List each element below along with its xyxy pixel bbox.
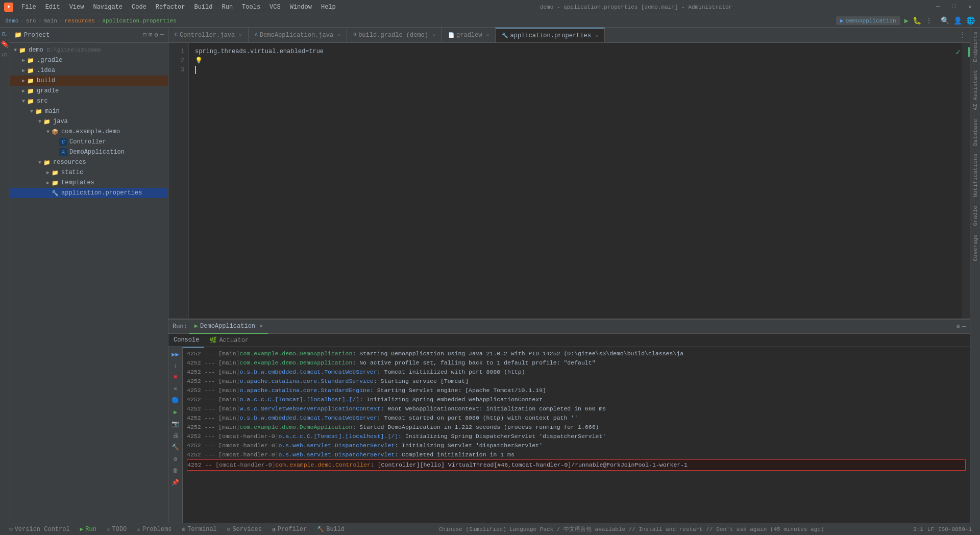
- notification-button[interactable]: 👤: [953, 16, 962, 25]
- demoapplication-tab-close[interactable]: ✕: [337, 32, 340, 38]
- search-button[interactable]: 🔍: [941, 16, 949, 25]
- right-tab-notifications[interactable]: Notifications: [971, 150, 980, 202]
- right-tab-coverage[interactable]: Coverage: [971, 230, 980, 265]
- menu-refactor[interactable]: Refactor: [152, 3, 189, 12]
- breadcrumb-item-src[interactable]: src: [26, 18, 36, 24]
- minimize-panel-button[interactable]: —: [160, 31, 164, 39]
- config-button[interactable]: ⚙: [172, 454, 179, 465]
- menu-run[interactable]: Run: [217, 3, 237, 12]
- menu-help[interactable]: Help: [317, 3, 340, 12]
- menu-tools[interactable]: Tools: [238, 3, 264, 12]
- run-settings-icon[interactable]: ⚙: [957, 323, 960, 330]
- breadcrumb-item-resources[interactable]: resources: [64, 18, 94, 24]
- build-folder-icon: 📁: [27, 77, 35, 85]
- bulb-icon[interactable]: 💡: [195, 56, 203, 65]
- charset[interactable]: ISO-8859-1: [938, 526, 972, 532]
- run-button[interactable]: ▶: [904, 16, 909, 25]
- tree-item-build[interactable]: ▶ 📁 build: [10, 76, 168, 86]
- tab-gradlew[interactable]: 📄 gradlew ✕: [442, 28, 496, 43]
- tab-buildgradle[interactable]: G build.gradle (demo) ✕: [347, 28, 442, 43]
- tree-item-resources[interactable]: ▼ 📁 resources: [10, 157, 168, 167]
- print-button[interactable]: 🖨: [171, 430, 180, 441]
- filter-button[interactable]: 🔵: [170, 395, 181, 406]
- screenshot-button[interactable]: 📷: [170, 419, 181, 429]
- tree-item-idea[interactable]: ▶ 📁 .idea: [10, 65, 168, 76]
- cursor-position[interactable]: 3:1: [913, 526, 923, 532]
- settings-icon[interactable]: ⚙: [155, 31, 158, 39]
- breadcrumb-item-file[interactable]: application.properties: [102, 18, 176, 24]
- tree-item-gradle[interactable]: ▶ 📁 gradle: [10, 86, 168, 96]
- bottom-problems[interactable]: ⚠ Problems: [132, 523, 177, 536]
- tree-item-demo[interactable]: ▼ 📁 demo D:\gitee\s3\demo: [10, 45, 168, 55]
- right-tab-endpoints[interactable]: Endpoints: [971, 28, 980, 66]
- line-endings[interactable]: LF: [927, 526, 934, 532]
- bottom-build[interactable]: 🔨 Build: [312, 523, 350, 536]
- breadcrumb-item-main[interactable]: main: [43, 18, 57, 24]
- close-tool-button[interactable]: ✕: [172, 383, 179, 394]
- tree-item-main[interactable]: ▼ 📁 main: [10, 106, 168, 116]
- tree-item-src[interactable]: ▼ 📁 src: [10, 96, 168, 106]
- tree-item-java[interactable]: ▼ 📁 java: [10, 116, 168, 127]
- menu-navigate[interactable]: Navigate: [89, 3, 127, 12]
- run-config-label[interactable]: ▶ DemoApplication: [836, 16, 900, 25]
- buildgradle-tab-close[interactable]: ✕: [432, 32, 435, 38]
- right-tab-database[interactable]: Database: [971, 115, 980, 150]
- more-run-button[interactable]: ⋮: [925, 16, 933, 25]
- tree-item-controller[interactable]: C Controller: [10, 137, 168, 147]
- tree-item-templates[interactable]: ▶ 📁 templates: [10, 178, 168, 188]
- menu-code[interactable]: Code: [128, 3, 151, 12]
- sidebar-structure-icon[interactable]: S: [0, 51, 11, 59]
- settings2-button[interactable]: ▶: [172, 407, 179, 418]
- settings-button[interactable]: 🌐: [966, 16, 975, 25]
- debug-button[interactable]: 🐛: [913, 16, 921, 25]
- tab-more[interactable]: ⋮: [955, 31, 970, 39]
- bottom-run[interactable]: ▶ Run: [75, 523, 102, 536]
- run-app-tab[interactable]: ▶ DemoApplication ✕: [189, 320, 268, 334]
- run-tab-close[interactable]: ✕: [259, 322, 263, 330]
- bottom-services[interactable]: ⚙ Services: [222, 523, 267, 536]
- controller-tab-close[interactable]: ✕: [239, 32, 242, 38]
- tree-item-demoapplication[interactable]: A DemoApplication: [10, 147, 168, 157]
- actuator-tab[interactable]: 🌿 Actuator: [204, 333, 254, 348]
- right-tab-ai[interactable]: AI Assistant: [971, 66, 980, 114]
- bottom-terminal[interactable]: ⊞ Terminal: [177, 523, 222, 536]
- tree-item-application-properties[interactable]: 🔧 application.properties: [10, 188, 168, 198]
- collapse-all-button[interactable]: ⊟: [143, 31, 146, 39]
- menu-vcs[interactable]: VCS: [265, 3, 285, 12]
- rerun-button[interactable]: ▶▶: [170, 349, 180, 360]
- tab-demoapplication[interactable]: A DemoApplication.java ✕: [249, 28, 347, 43]
- menu-edit[interactable]: Edit: [41, 3, 64, 12]
- menu-view[interactable]: View: [65, 3, 88, 12]
- tree-item-package[interactable]: ▼ 📦 com.example.demo: [10, 127, 168, 137]
- scroll-down-button[interactable]: ↓: [172, 361, 179, 371]
- bottom-todo[interactable]: ≡ TODO: [102, 523, 132, 536]
- tab-appprops[interactable]: 🔧 application.properties ✕: [496, 28, 604, 43]
- bottom-profiler[interactable]: ◑ Profiler: [267, 523, 312, 536]
- menu-file[interactable]: File: [17, 3, 40, 12]
- sidebar-bookmark-icon[interactable]: 🔖: [0, 38, 11, 51]
- tree-item-gradle-hidden[interactable]: ▶ 📁 .gradle: [10, 55, 168, 65]
- trash-button[interactable]: 🗑: [171, 466, 180, 476]
- tab-controller[interactable]: C Controller.java ✕: [168, 28, 249, 43]
- run-minimize-icon[interactable]: —: [962, 323, 966, 330]
- menu-build[interactable]: Build: [190, 3, 216, 12]
- console-log[interactable]: 4252 --- [ main ] com.example.demo.DemoA…: [183, 347, 970, 523]
- tree-item-static[interactable]: ▶ 📁 static: [10, 167, 168, 178]
- breadcrumb-item-demo[interactable]: demo: [5, 18, 18, 24]
- build-button[interactable]: 🔨: [170, 442, 181, 453]
- gradlew-tab-close[interactable]: ✕: [486, 32, 489, 38]
- console-tab[interactable]: Console: [168, 333, 204, 348]
- code-content[interactable]: spring.threads.virtual.enabled=true 💡: [189, 43, 962, 319]
- menu-window[interactable]: Window: [286, 3, 316, 12]
- close-button[interactable]: ✕: [964, 2, 976, 12]
- sidebar-project-icon[interactable]: P: [0, 30, 11, 38]
- minimize-button[interactable]: ─: [932, 2, 944, 12]
- bottom-version-control[interactable]: ⚙ Version Control: [4, 523, 75, 536]
- right-tab-gradle[interactable]: Gradle: [971, 202, 980, 230]
- stop-button[interactable]: ■: [172, 372, 179, 382]
- pin-button[interactable]: 📌: [170, 477, 181, 488]
- appprops-tab-close[interactable]: ✕: [595, 33, 598, 39]
- maximize-button[interactable]: □: [948, 2, 960, 12]
- expand-button[interactable]: ⊞: [149, 31, 152, 39]
- console-body: ▶▶ ↓ ■ ✕ 🔵 ▶ 📷 🖨 🔨 ⚙ 🗑 📌 4252 ---: [168, 347, 970, 523]
